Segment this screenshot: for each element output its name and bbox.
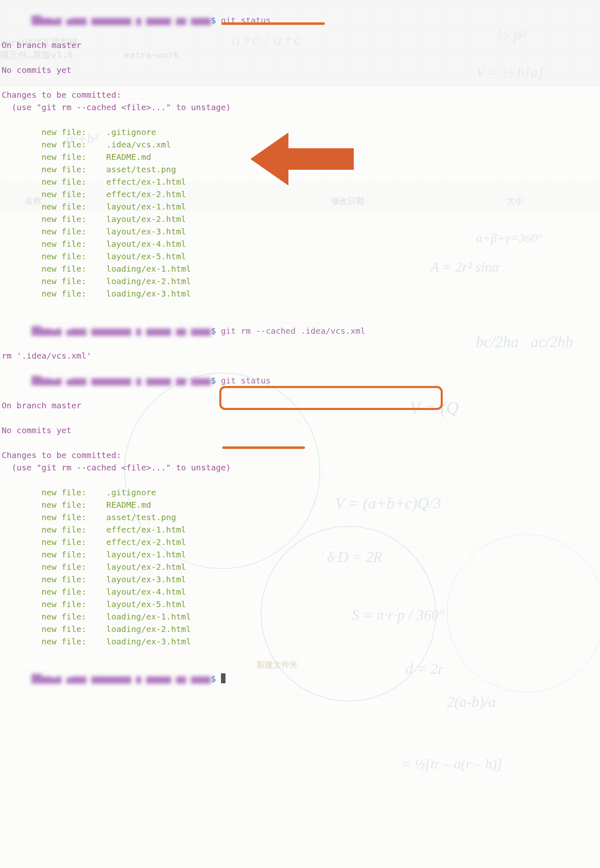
staged-file-row: new file: .idea/vcs.xml (2, 138, 598, 151)
prompt-blurred-path: ██▆▆▅▆ ▅▆▆▆ ▆▆▆▆▆▆▆▆ ▆ ▆▆▆▆▆ ▆▆ ▆▆▆▆ (31, 674, 211, 684)
unstage-hint: (use "git rm --cached <file>..." to unst… (2, 101, 598, 113)
terminal[interactable]: ██▆▆▅▆ ▅▆▆▆ ▆▆▆▆▆▆▆▆ ▆ ▆▆▆▆▆ ▆▆ ▆▆▆▆$ gi… (0, 0, 600, 699)
changes-header: Changes to be committed: (2, 89, 598, 101)
staged-file-row: new file: README.md (2, 151, 598, 163)
prompt-dollar-icon: $ (211, 674, 221, 684)
prompt-dollar-icon: $ (211, 376, 216, 386)
staged-file-row: new file: loading/ex-1.html (2, 610, 598, 623)
underline-annotation-icon (222, 446, 305, 449)
staged-file-row: new file: layout/ex-1.html (2, 200, 598, 213)
staged-file-row: new file: effect/ex-2.html (2, 188, 598, 200)
highlight-box-icon (219, 386, 443, 410)
staged-file-row: new file: loading/ex-3.html (2, 635, 598, 648)
staged-file-row: new file: README.md (2, 499, 598, 511)
staged-file-row: new file: layout/ex-2.html (2, 213, 598, 225)
branch-line: On branch master (2, 39, 598, 51)
staged-file-row: new file: layout/ex-3.html (2, 225, 598, 238)
staged-file-row: new file: .gitignore (2, 486, 598, 499)
underline-annotation-icon (221, 22, 325, 25)
staged-file-row: new file: asset/test.png (2, 511, 598, 523)
staged-file-row: new file: layout/ex-4.html (2, 238, 598, 250)
prompt-dollar-icon: $ (211, 15, 221, 25)
staged-file-row: new file: layout/ex-5.html (2, 250, 598, 263)
staged-file-row: new file: effect/ex-1.html (2, 176, 598, 188)
prompt-dollar-icon: $ (211, 326, 216, 336)
staged-file-row: new file: .gitignore (2, 126, 598, 138)
staged-file-row: new file: layout/ex-3.html (2, 573, 598, 586)
prompt-blurred-path: ██▆▆▅▆ ▅▆▆▆ ▆▆▆▆▆▆▆▆ ▆ ▆▆▆▆▆ ▆▆ ▆▆▆▆ (31, 326, 211, 336)
prompt-blurred-path: ██▆▆▅▆ ▅▆▆▆ ▆▆▆▆▆▆▆▆ ▆ ▆▆▆▆▆ ▆▆ ▆▆▆▆ (31, 15, 211, 25)
staged-file-row: new file: loading/ex-1.html (2, 263, 598, 275)
staged-file-row: new file: layout/ex-5.html (2, 598, 598, 610)
staged-file-row: new file: layout/ex-2.html (2, 561, 598, 573)
terminal-cursor[interactable] (221, 673, 226, 683)
staged-file-row: new file: loading/ex-2.html (2, 275, 598, 287)
no-commits-line: No commits yet (2, 424, 598, 436)
staged-file-row: new file: effect/ex-1.html (2, 523, 598, 536)
git-status-command: git status (221, 376, 271, 386)
staged-file-row: new file: loading/ex-2.html (2, 623, 598, 635)
unstage-hint: (use "git rm --cached <file>..." to unst… (2, 461, 598, 474)
staged-file-row: new file: layout/ex-1.html (2, 548, 598, 561)
rm-output: rm '.idea/vcs.xml' (2, 350, 598, 362)
git-rm-command: git rm --cached .idea/vcs.xml (221, 326, 365, 336)
prompt-blurred-path: ██▆▆▅▆ ▅▆▆▆ ▆▆▆▆▆▆▆▆ ▆ ▆▆▆▆▆ ▆▆ ▆▆▆▆ (31, 376, 211, 386)
staged-file-row: new file: loading/ex-3.html (2, 287, 598, 300)
staged-file-row: new file: effect/ex-2.html (2, 536, 598, 548)
staged-file-row: new file: layout/ex-4.html (2, 586, 598, 598)
staged-file-row: new file: asset/test.png (2, 163, 598, 176)
no-commits-line: No commits yet (2, 64, 598, 76)
changes-header: Changes to be committed: (2, 449, 598, 461)
